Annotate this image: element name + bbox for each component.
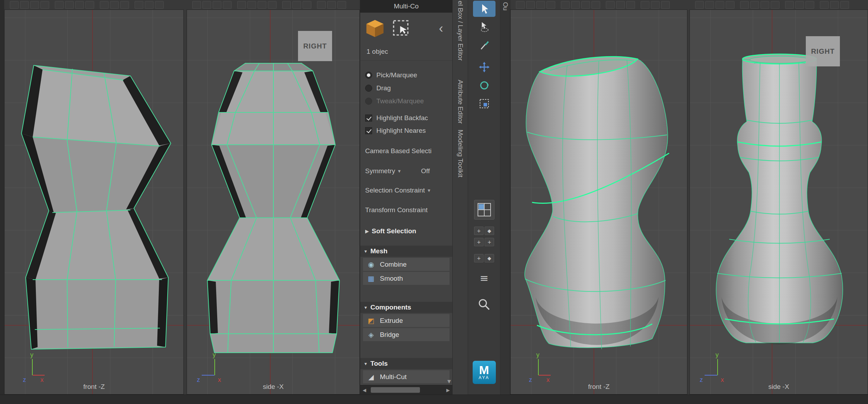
highlight-option[interactable]: Highlight Neares [365,124,452,137]
marquee-select-icon[interactable] [392,19,411,38]
quick-layout-add-icon[interactable]: + [474,227,484,235]
rotate-tool[interactable] [473,77,495,93]
transform-constraint-row[interactable]: Transform Constraint [365,205,452,215]
radio-icon [365,98,372,105]
axis-indicator: y x z [205,351,238,384]
viewport-label: side -X [187,383,359,391]
viewport-front-z-shaded[interactable]: y x z front -Z [4,0,184,395]
combine-icon: ◉ [367,260,376,269]
vase-model-smooth-side[interactable] [697,51,862,360]
viewport-canvas[interactable]: RIGHT y x z side -X [187,9,360,395]
tool-button[interactable]: ◢ Multi-Cut [363,370,449,383]
tab-attribute-editor[interactable]: Attribute Editor [456,80,464,124]
object-count-label: 1 objec [367,48,452,56]
quick-layout-add-icon[interactable]: + [474,238,484,246]
scroll-left-icon[interactable]: ◀ [363,387,366,393]
symmetry-row[interactable]: Symmetry ▾ Off [365,166,452,176]
panel-toolbar [510,0,687,9]
y-axis-line [32,359,33,375]
quick-layout-row: + ◆ [474,254,494,262]
tab-modeling-toolkit[interactable]: Modeling Toolkit [456,130,464,177]
scroll-down-icon[interactable]: ▼ [447,379,451,384]
image-plane-label: RIGHT [806,36,840,66]
dropdown-icon[interactable]: ▾ [398,168,401,174]
viewport-canvas[interactable]: y x z front -Z [4,9,184,395]
scroll-right-icon[interactable]: ▶ [446,387,450,393]
highlight-option[interactable]: Highlight Backfac [365,112,452,124]
symmetry-value[interactable]: Off [421,167,430,175]
viewport-front-z-smooth[interactable]: y x z front -Z [510,0,687,395]
modeling-toolkit-panel: Multi-Co ‹ 1 objec Pick/Marquee Drag Twe… [360,0,453,395]
extrude-icon: ◩ [367,317,376,325]
move-tool[interactable] [473,59,495,75]
viewport-canvas[interactable]: y x z front -Z [510,9,687,395]
selection-constraint-row[interactable]: Selection Constraint ▾ [365,185,452,195]
x-axis-line [539,375,551,376]
axis-indicator: y x z [22,351,56,384]
tab-outliner[interactable]: Ou [501,2,509,11]
highlight-options-group: Highlight Backfac Highlight Neares [365,112,452,137]
z-axis-line [202,375,214,376]
scale-tool[interactable] [473,96,495,112]
collapse-icon: ▾ [364,361,367,366]
paint-selection-tool[interactable] [473,37,495,53]
status-strip [0,395,868,404]
checkbox-icon [365,127,372,134]
section-tools[interactable]: ▾ Tools [360,358,452,369]
panel-toolbar [187,0,360,9]
soft-selection-header[interactable]: ▶ Soft Selection [365,226,452,236]
tool-button[interactable]: ◉ Combine [363,258,449,271]
collapse-icon: ▾ [364,248,367,254]
viewport-side-x-smooth[interactable]: RIGHT y x z side -X [689,0,868,395]
quick-layout-row: + + [474,238,494,246]
polygon-cube-icon[interactable] [364,18,386,39]
panel-toolbar [689,0,868,9]
selection-mode-option[interactable]: Tweak/Marquee [365,95,452,107]
dropdown-icon[interactable]: ▾ [428,187,430,194]
vase-model-polygon-side[interactable] [193,59,354,361]
selection-mode-group: Pick/Marquee Drag Tweak/Marquee [365,69,452,107]
editor-tab-strip: el Box / Layer Editor Attribute Editor M… [453,0,468,395]
viewport-side-x-shaded[interactable]: RIGHT y x z side -X [187,0,360,395]
section-mesh[interactable]: ▾ Mesh [360,246,452,257]
divider [360,60,452,61]
multi-cut-icon: ◢ [367,373,376,381]
quick-layout-pane-icon[interactable]: ◆ [485,227,494,235]
tab-channel-box-layer-editor[interactable]: el Box / Layer Editor [456,1,464,61]
tool-settings-tab[interactable]: Multi-Co [360,0,452,13]
tool-button[interactable]: ◩ Extrude [363,314,449,327]
quick-layout-add-icon[interactable]: + [474,254,484,262]
panel-toolbar [4,0,184,9]
smooth-icon: ▦ [367,274,376,283]
collapse-icon: ▾ [364,305,367,310]
selection-mode-option[interactable]: Pick/Marquee [365,69,452,82]
vase-model-smooth-front[interactable] [514,51,683,360]
select-tool[interactable] [473,1,495,17]
viewport-canvas[interactable]: RIGHT y x z side -X [689,9,868,395]
viewport-label: front -Z [5,383,183,391]
camera-based-selection-row[interactable]: Camera Based Selecti [365,146,452,156]
outliner-list-icon[interactable]: ≡ [480,273,488,284]
quick-layout-add-icon[interactable]: + [485,238,494,246]
toolbox: + ◆ + + + ◆ ≡ M AYA [468,0,500,395]
bridge-icon: ◈ [367,331,376,339]
expand-icon: ▶ [365,228,369,234]
tool-button[interactable]: ◈ Bridge [363,328,449,341]
horizontal-scrollbar[interactable]: ◀ ▶ [360,385,452,395]
outliner-tab-strip: Ou [500,0,510,395]
radio-icon [365,72,372,79]
quick-layout-current-icon[interactable] [474,200,494,220]
tool-button[interactable]: ▦ Smooth [363,272,449,285]
lasso-select-tool[interactable] [473,19,495,35]
vase-model-polygon-front[interactable] [14,59,176,361]
y-axis-line [214,359,215,375]
magnifier-icon[interactable] [477,298,491,312]
quick-layout-pane-icon[interactable]: ◆ [485,254,494,262]
viewport-label: front -Z [511,383,687,391]
section-components[interactable]: ▾ Components [360,302,452,313]
viewport-label: side -X [690,383,868,391]
collapse-panel-icon[interactable]: ‹ [439,22,448,35]
axis-indicator: y x z [707,351,741,384]
selection-mode-option[interactable]: Drag [365,82,452,95]
scrollbar-handle[interactable] [371,387,420,393]
